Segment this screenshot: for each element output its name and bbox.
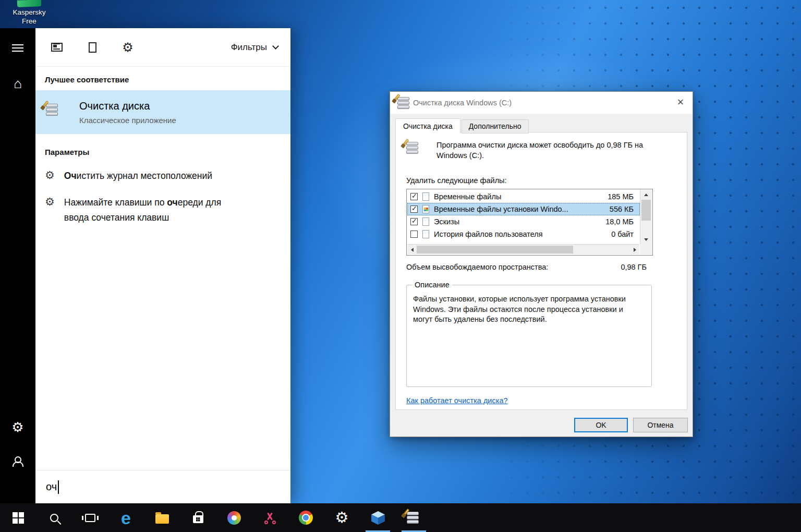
- desktop-background: Kaspersky Free Фильтры Лучшее соответств…: [0, 0, 801, 532]
- settings-filter-button[interactable]: [119, 39, 137, 56]
- description-groupbox: Описание Файлы установки, которые исполь…: [406, 285, 652, 387]
- tab-more-options[interactable]: Дополнительно: [462, 119, 529, 134]
- disk-cleanup-icon: [407, 511, 421, 525]
- horizontal-scrollbar[interactable]: [407, 244, 639, 255]
- gear-icon: [122, 40, 134, 55]
- virtualbox-button[interactable]: [360, 503, 396, 532]
- task-view-icon: [85, 514, 95, 522]
- result-title: Очистка диска: [79, 100, 176, 112]
- dialog-title: Очистка диска Windows (C:): [413, 99, 512, 107]
- scroll-up-button[interactable]: [640, 190, 652, 199]
- space-gained-row: Объем высвобождаемого пространства: 0,98…: [406, 263, 653, 271]
- file-icon: [422, 217, 429, 226]
- settings-result-sticky-keys[interactable]: Нажимайте клавиши по очереди для ввода с…: [35, 189, 290, 231]
- search-toolbar: Фильтры: [35, 28, 290, 67]
- paint-button[interactable]: [216, 503, 252, 532]
- gear-icon: [335, 510, 349, 525]
- scrollbar-corner: [640, 244, 652, 255]
- setup-file-icon: [422, 205, 429, 213]
- chevron-down-icon: [272, 43, 279, 50]
- disk-cleanup-taskbar-button[interactable]: [396, 503, 432, 532]
- dialog-tab-page: Программа очистки диска может освободить…: [395, 132, 687, 410]
- scroll-left-button[interactable]: [407, 245, 417, 255]
- paint-icon: [227, 511, 241, 525]
- start-button[interactable]: [0, 503, 36, 532]
- kaspersky-label: Kaspersky Free: [4, 8, 54, 26]
- search-panel: Фильтры Лучшее соответствие Очистка диск…: [35, 28, 290, 503]
- documents-filter-button[interactable]: [83, 39, 101, 56]
- dialog-titlebar[interactable]: Очистка диска Windows (C:) ×: [390, 92, 693, 114]
- search-icon: [50, 514, 58, 522]
- vertical-scrollbar[interactable]: [640, 190, 652, 244]
- chrome-button[interactable]: [288, 503, 324, 532]
- apps-icon: [51, 43, 63, 52]
- gear-icon: [45, 195, 55, 209]
- cube-icon: [371, 511, 385, 525]
- windows-logo-icon: [13, 512, 24, 524]
- scroll-down-button[interactable]: [640, 235, 652, 244]
- apps-filter-button[interactable]: [48, 39, 66, 56]
- disk-cleanup-dialog: Очистка диска Windows (C:) × Очистка дис…: [390, 91, 693, 437]
- task-view-button[interactable]: [72, 503, 108, 532]
- taskbar: [0, 503, 801, 532]
- edge-icon: [121, 509, 131, 527]
- home-icon: [14, 76, 22, 92]
- taskbar-settings-button[interactable]: [324, 503, 360, 532]
- people-icon: [12, 456, 23, 467]
- scroll-right-button[interactable]: [630, 245, 639, 255]
- filters-label: Фильтры: [231, 42, 267, 53]
- kaspersky-icon: [17, 0, 41, 7]
- store-button[interactable]: [180, 503, 216, 532]
- cancel-button[interactable]: Отмена: [633, 418, 688, 432]
- file-icon: [422, 192, 429, 201]
- settings-result-label: Очистить журнал местоположений: [64, 168, 241, 184]
- checkbox[interactable]: [410, 231, 418, 238]
- best-match-result[interactable]: Очистка диска Классическое приложение: [35, 90, 290, 134]
- settings-result-clear-location-history[interactable]: Очистить журнал местоположений: [35, 163, 290, 189]
- folder-icon: [155, 514, 169, 524]
- file-row-thumbnails[interactable]: Эскизы 18,0 МБ: [407, 215, 640, 228]
- ok-button[interactable]: OK: [574, 418, 628, 432]
- description-text: Файлы установки, которые использует прог…: [413, 294, 644, 325]
- gear-icon: [11, 419, 23, 436]
- kaspersky-desktop-icon[interactable]: Kaspersky Free: [4, 0, 54, 26]
- dialog-tabs: Очистка диска Дополнительно: [395, 118, 530, 134]
- checkbox[interactable]: [410, 193, 418, 200]
- file-row-windows-setup-temp[interactable]: Временные файлы установки Windo... 556 К…: [407, 203, 640, 215]
- horizontal-scroll-thumb[interactable]: [417, 246, 573, 253]
- chrome-icon: [299, 511, 313, 525]
- edge-button[interactable]: [108, 503, 144, 532]
- home-button[interactable]: [0, 71, 35, 96]
- vertical-scroll-thumb[interactable]: [641, 200, 651, 221]
- gear-icon: [45, 168, 55, 182]
- space-gained-label: Объем высвобождаемого пространства:: [406, 263, 621, 271]
- files-listbox: Временные файлы 185 МБ Временные файлы у…: [406, 189, 653, 256]
- document-icon: [89, 42, 96, 53]
- accounts-button[interactable]: [0, 449, 35, 474]
- best-match-header: Лучшее соответствие: [45, 75, 281, 84]
- file-row-temporary-files[interactable]: Временные файлы 185 МБ: [407, 190, 640, 203]
- scissors-icon: [264, 512, 276, 524]
- disk-cleanup-icon: [397, 96, 409, 110]
- disk-drive-icon: [406, 141, 429, 163]
- close-button[interactable]: ×: [669, 92, 693, 113]
- checkbox[interactable]: [410, 218, 418, 225]
- description-title: Описание: [412, 281, 452, 289]
- taskbar-search-button[interactable]: [36, 503, 72, 532]
- hamburger-menu-button[interactable]: [0, 35, 35, 61]
- snip-button[interactable]: [252, 503, 288, 532]
- file-explorer-button[interactable]: [144, 503, 180, 532]
- checkbox[interactable]: [410, 205, 418, 213]
- filters-dropdown[interactable]: Фильтры: [231, 42, 278, 53]
- file-row-user-file-history[interactable]: История файлов пользователя 0 байт: [407, 228, 640, 240]
- tab-disk-cleanup[interactable]: Очистка диска: [395, 118, 460, 134]
- file-icon: [422, 230, 429, 238]
- sidebar-settings-button[interactable]: [0, 415, 35, 440]
- start-sidebar: [0, 28, 35, 503]
- result-subtitle: Классическое приложение: [79, 116, 176, 125]
- how-disk-cleanup-works-link[interactable]: Как работает очистка диска?: [406, 396, 508, 405]
- settings-result-label: Нажимайте клавиши по очереди для ввода с…: [64, 195, 241, 225]
- search-input[interactable]: оч: [35, 470, 290, 503]
- store-icon: [193, 515, 203, 523]
- files-to-delete-label: Удалить следующие файлы:: [406, 176, 507, 185]
